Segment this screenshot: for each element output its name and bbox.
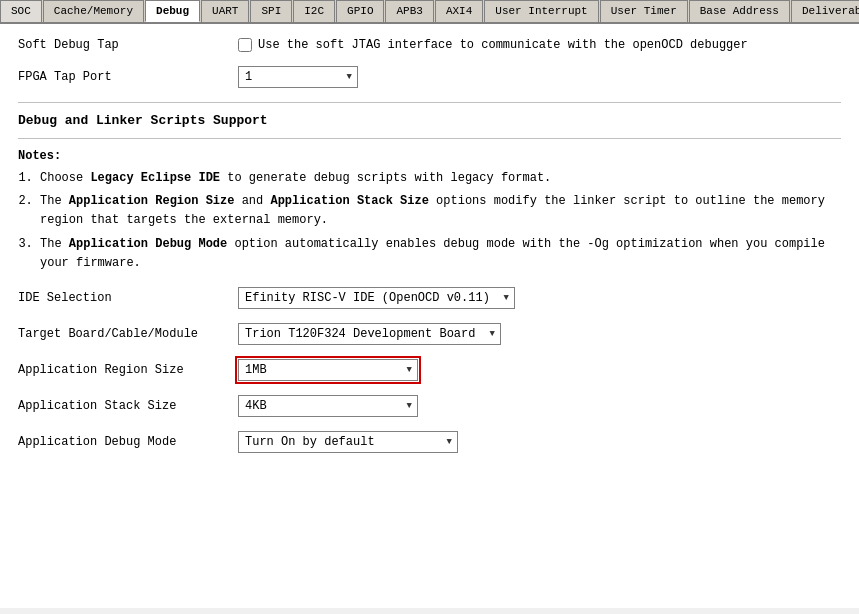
note1-text-after: to generate debug scripts with legacy fo… [220,171,551,185]
note2-bold1: Application Region Size [69,194,235,208]
note-item-2: The Application Region Size and Applicat… [40,192,841,230]
note2-text-mid: and [234,194,270,208]
fpga-tap-port-control: 1 2 3 4 [238,66,358,88]
note1-text-before: Choose [40,171,90,185]
note1-bold: Legacy Eclipse IDE [90,171,220,185]
note-item-1: Choose Legacy Eclipse IDE to generate de… [40,169,841,188]
app-debug-mode-select[interactable]: Turn On by default Turn Off by default [238,431,458,453]
target-board-label: Target Board/Cable/Module [18,327,238,341]
tab-gpio[interactable]: GPIO [336,0,384,22]
target-board-row: Target Board/Cable/Module Trion T120F324… [18,323,841,345]
note3-bold: Application Debug Mode [69,237,227,251]
note-item-3: The Application Debug Mode option automa… [40,235,841,273]
app-debug-mode-select-wrapper: Turn On by default Turn Off by default [238,431,458,453]
soft-debug-tap-control: Use the soft JTAG interface to communica… [238,38,748,52]
soft-debug-tap-checkbox[interactable] [238,38,252,52]
tab-apb3[interactable]: APB3 [385,0,433,22]
tab-soc[interactable]: SOC [0,0,42,22]
tab-debug[interactable]: Debug [145,0,200,22]
app-debug-mode-control: Turn On by default Turn Off by default [238,431,458,453]
fpga-tap-port-select-wrapper: 1 2 3 4 [238,66,358,88]
ide-selection-control: Efinity RISC-V IDE (OpenOCD v0.11) Legac… [238,287,515,309]
fpga-tap-port-row: FPGA Tap Port 1 2 3 4 [18,66,841,88]
fpga-tap-port-label: FPGA Tap Port [18,70,238,84]
note3-text-before: The [40,237,69,251]
soft-debug-tap-label: Soft Debug Tap [18,38,238,52]
app-region-size-control: 1MB 2MB 4MB 8MB [238,359,418,381]
app-stack-size-select-wrapper: 4KB 8KB 16KB [238,395,418,417]
ide-selection-label: IDE Selection [18,291,238,305]
app-region-size-select-wrapper: 1MB 2MB 4MB 8MB [238,359,418,381]
target-board-select-wrapper: Trion T120F324 Development Board [238,323,501,345]
ide-selection-row: IDE Selection Efinity RISC-V IDE (OpenOC… [18,287,841,309]
tab-axi4[interactable]: AXI4 [435,0,483,22]
tab-deliverables[interactable]: Deliverables [791,0,859,22]
tab-cache-memory[interactable]: Cache/Memory [43,0,144,22]
app-debug-mode-label: Application Debug Mode [18,435,238,449]
app-stack-size-row: Application Stack Size 4KB 8KB 16KB [18,395,841,417]
notes-section: Notes: Choose Legacy Eclipse IDE to gene… [18,149,841,273]
tab-base-address[interactable]: Base Address [689,0,790,22]
target-board-select[interactable]: Trion T120F324 Development Board [238,323,501,345]
section-title: Debug and Linker Scripts Support [18,113,841,128]
app-stack-size-control: 4KB 8KB 16KB [238,395,418,417]
fpga-tap-port-select[interactable]: 1 2 3 4 [238,66,358,88]
app-region-size-row: Application Region Size 1MB 2MB 4MB 8MB [18,359,841,381]
tab-i2c[interactable]: I2C [293,0,335,22]
app-stack-size-label: Application Stack Size [18,399,238,413]
divider-2 [18,138,841,139]
tab-user-timer[interactable]: User Timer [600,0,688,22]
tab-user-interrupt[interactable]: User Interrupt [484,0,598,22]
app-region-size-label: Application Region Size [18,363,238,377]
tab-spi[interactable]: SPI [250,0,292,22]
app-stack-size-select[interactable]: 4KB 8KB 16KB [238,395,418,417]
tab-bar: SOC Cache/Memory Debug UART SPI I2C GPIO… [0,0,859,24]
notes-title: Notes: [18,149,841,163]
note2-bold2: Application Stack Size [270,194,428,208]
divider-1 [18,102,841,103]
note2-text-before: The [40,194,69,208]
ide-selection-select-wrapper: Efinity RISC-V IDE (OpenOCD v0.11) Legac… [238,287,515,309]
ide-selection-select[interactable]: Efinity RISC-V IDE (OpenOCD v0.11) Legac… [238,287,515,309]
notes-list: Choose Legacy Eclipse IDE to generate de… [18,169,841,273]
soft-debug-tap-row: Soft Debug Tap Use the soft JTAG interfa… [18,38,841,52]
soft-debug-tap-description: Use the soft JTAG interface to communica… [258,38,748,52]
tab-uart[interactable]: UART [201,0,249,22]
target-board-control: Trion T120F324 Development Board [238,323,501,345]
app-region-size-select[interactable]: 1MB 2MB 4MB 8MB [238,359,418,381]
main-content: Soft Debug Tap Use the soft JTAG interfa… [0,24,859,608]
app-debug-mode-row: Application Debug Mode Turn On by defaul… [18,431,841,453]
